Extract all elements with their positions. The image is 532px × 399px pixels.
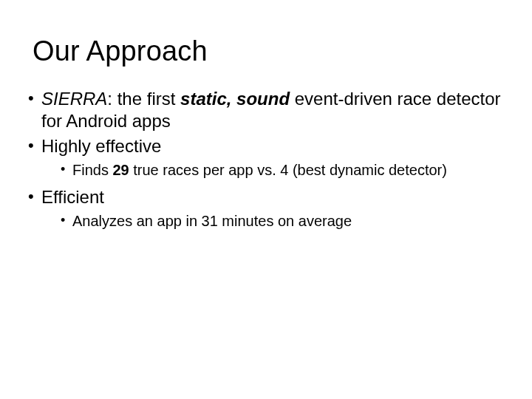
slide: Our Approach SIERRA: the first static, s… <box>0 0 532 399</box>
bullet-list: SIERRA: the first static, sound event-dr… <box>27 88 505 231</box>
text-seg: Highly effective <box>41 136 161 156</box>
text-seg: Efficient <box>41 187 104 207</box>
text-seg: true races per app vs. 4 (best dynamic d… <box>129 162 447 178</box>
text-seg: Finds <box>72 162 112 178</box>
sub-list: Analyzes an app in 31 minutes on average <box>59 211 505 231</box>
bullet-effective: Highly effective Finds 29 true races per… <box>27 135 505 180</box>
bullet-efficient: Efficient Analyzes an app in 31 minutes … <box>27 186 505 231</box>
static-sound: static, sound <box>180 89 290 109</box>
bullet-sierra: SIERRA: the first static, sound event-dr… <box>27 88 505 132</box>
slide-title: Our Approach <box>33 35 505 67</box>
text-seg: Analyzes an app in 31 minutes on average <box>72 213 352 229</box>
sub-bullet-races: Finds 29 true races per app vs. 4 (best … <box>59 160 505 180</box>
text-seg: : the first <box>107 89 180 109</box>
race-count: 29 <box>112 162 129 178</box>
sub-list: Finds 29 true races per app vs. 4 (best … <box>59 160 505 180</box>
sierra-name: SIERRA <box>41 89 107 109</box>
sub-bullet-time: Analyzes an app in 31 minutes on average <box>59 211 505 231</box>
